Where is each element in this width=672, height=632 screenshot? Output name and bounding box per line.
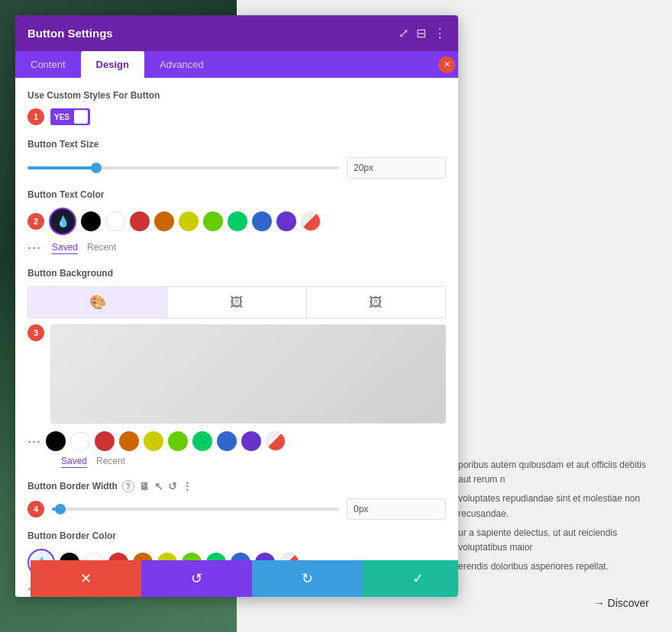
color-blue[interactable] <box>252 211 272 231</box>
more-icon[interactable]: ⋮ <box>434 26 446 40</box>
step-4-badge: 4 <box>27 501 44 518</box>
border-width-slider-row: 4 0px <box>27 498 446 520</box>
more-colors-dots[interactable]: ··· <box>27 240 41 256</box>
bg-gradient-option[interactable]: 🖼 <box>167 287 306 318</box>
bg-color-option[interactable]: 🎨 <box>28 287 167 318</box>
saved-recent-row: Saved Recent <box>49 242 116 254</box>
saved-tab[interactable]: Saved <box>52 242 78 254</box>
bg-color-eraser[interactable] <box>266 431 286 451</box>
bg-options-row: 🎨 🖼 🖼 <box>27 286 446 318</box>
bg-color-purple[interactable] <box>241 431 261 451</box>
text-color-label: Button Text Color <box>27 189 446 200</box>
tabs-bar: Content Design Advanced ✕ <box>15 51 458 78</box>
gradient-icon: 🖼 <box>230 295 244 311</box>
color-lime[interactable] <box>203 211 223 231</box>
desktop-icon[interactable]: 🖥 <box>139 480 150 492</box>
active-color-swatch[interactable]: 💧 <box>49 208 76 235</box>
modal-title: Button Settings <box>27 27 113 40</box>
border-color-label: Button Border Color <box>27 530 446 541</box>
bg-saved-tab[interactable]: Saved <box>61 456 87 468</box>
bg-color-white[interactable] <box>70 431 90 451</box>
modal-header: Button Settings ⤢ ⊟ ⋮ <box>15 15 458 51</box>
columns-icon[interactable]: ⊟ <box>416 26 426 40</box>
background-section: Button Background 🎨 🖼 🖼 3 <box>27 268 446 468</box>
bg-color-blue[interactable] <box>217 431 237 451</box>
custom-styles-toggle[interactable]: YES <box>50 108 90 125</box>
color-yellow[interactable] <box>179 211 199 231</box>
step-1-badge: 1 <box>27 108 44 125</box>
toggle-row: 1 YES <box>27 108 446 125</box>
bg-color-yellow[interactable] <box>144 431 163 451</box>
text-size-fill <box>27 166 96 169</box>
bg-color-lime[interactable] <box>168 431 188 451</box>
text-size-thumb[interactable] <box>91 163 102 173</box>
tab-design[interactable]: Design <box>81 51 144 78</box>
bg-more-dots[interactable]: ··· <box>27 434 41 450</box>
color-purple[interactable] <box>276 211 296 231</box>
paint-bucket-icon: 🎨 <box>89 294 106 311</box>
header-icons: ⤢ ⊟ ⋮ <box>399 26 446 40</box>
bg-image-option[interactable]: 🖼 <box>307 287 445 318</box>
action-bar: ✕ ↺ ↻ ✓ <box>31 560 458 597</box>
background-label: Button Background <box>27 268 446 279</box>
image-icon: 🖼 <box>369 295 383 311</box>
border-width-thumb[interactable] <box>55 504 66 514</box>
text-color-picker-row: 2 💧 <box>27 208 446 235</box>
color-white[interactable] <box>105 211 125 231</box>
border-width-label-row: Button Border Width ? 🖥 ↖ ↺ ⋮ <box>27 480 446 492</box>
border-width-track[interactable] <box>52 508 339 511</box>
recent-tab[interactable]: Recent <box>87 242 116 254</box>
modal-body: Use Custom Styles For Button 1 YES Butto… <box>15 78 458 597</box>
bg-color-red[interactable] <box>95 431 115 451</box>
eyedropper-icon: 💧 <box>57 215 69 227</box>
options-icon[interactable]: ⋮ <box>182 480 192 492</box>
bg-color-black[interactable] <box>46 431 66 451</box>
toggle-thumb <box>74 110 88 124</box>
bg-recent-tab[interactable]: Recent <box>96 456 125 468</box>
expand-icon[interactable]: ⤢ <box>399 26 409 40</box>
text-size-value[interactable]: 20px <box>347 157 446 179</box>
color-red[interactable] <box>130 211 150 231</box>
text-color-section: Button Text Color 2 💧 ··· <box>27 189 446 256</box>
save-button[interactable]: ✓ <box>363 560 458 597</box>
border-width-section: Button Border Width ? 🖥 ↖ ↺ ⋮ 4 0px <box>27 480 446 520</box>
bg-color-picker-row: ··· <box>27 431 446 451</box>
color-eraser[interactable] <box>301 211 321 231</box>
step-2-badge: 2 <box>27 213 44 230</box>
color-black[interactable] <box>81 211 101 231</box>
cancel-button[interactable]: ✕ <box>31 560 141 597</box>
redo-button[interactable]: ↻ <box>252 560 363 597</box>
text-size-label: Button Text Size <box>27 139 446 150</box>
step-3-badge: 3 <box>27 324 44 341</box>
tab-advanced[interactable]: Advanced <box>144 51 219 78</box>
bg-color-green[interactable] <box>192 431 212 451</box>
undo-button[interactable]: ↺ <box>141 560 252 597</box>
button-settings-modal: Button Settings ⤢ ⊟ ⋮ Content Design Adv… <box>15 15 458 597</box>
tab-content[interactable]: Content <box>15 51 81 78</box>
text-size-track[interactable] <box>27 166 339 169</box>
color-orange[interactable] <box>154 211 174 231</box>
close-button[interactable]: ✕ <box>438 56 455 73</box>
bg-saved-recent-row: Saved Recent <box>58 456 125 468</box>
border-width-value[interactable]: 0px <box>347 498 446 520</box>
cursor-icon[interactable]: ↖ <box>154 480 163 492</box>
help-icon[interactable]: ? <box>122 480 134 492</box>
bg-color-orange[interactable] <box>119 431 139 451</box>
reset-icon[interactable]: ↺ <box>168 480 177 492</box>
text-size-section: Button Text Size 20px <box>27 139 446 179</box>
bg-text: poribus autem quibusdam et aut officiis … <box>458 458 657 574</box>
border-width-label: Button Border Width <box>27 481 118 492</box>
color-gradient-area[interactable] <box>50 324 446 424</box>
discover-link[interactable]: → Discover <box>594 597 649 609</box>
custom-styles-label: Use Custom Styles For Button <box>27 90 446 101</box>
color-green[interactable] <box>228 211 247 231</box>
text-size-slider-row: 20px <box>27 157 446 179</box>
